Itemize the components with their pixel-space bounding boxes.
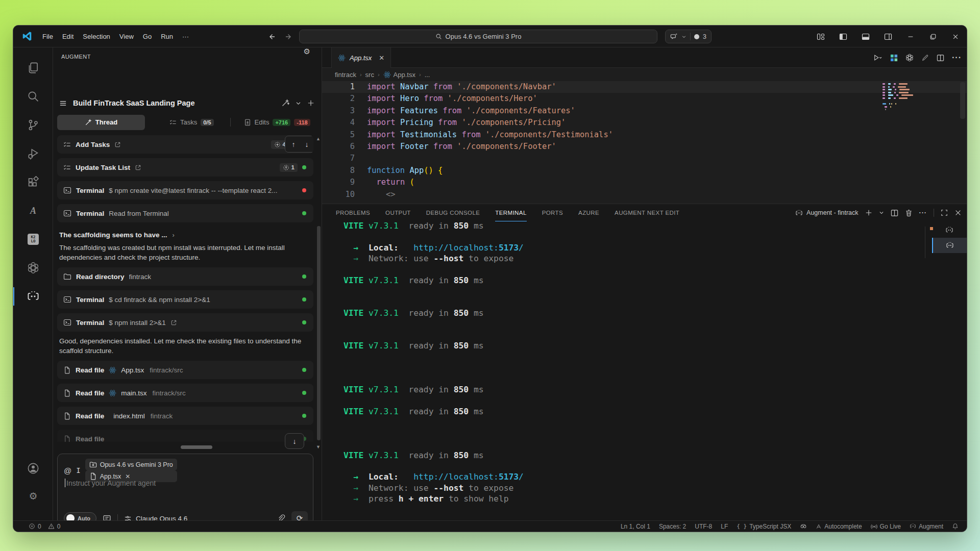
terminal-instance-2[interactable] [932,238,967,253]
tool-call-row[interactable]: Terminal$ npm install 2>&1 [57,313,313,332]
tool-call-row[interactable]: TerminalRead from Terminal [57,204,313,222]
feed-collapsible-heading[interactable]: The scaffolding seems to have ...› [59,230,311,240]
command-center-search[interactable]: Opus 4.6 vs Gemini 3 Pro [299,30,657,43]
menu-go[interactable]: Go [138,31,156,42]
tool-call-row[interactable]: Read file [57,430,313,442]
tool-call-row[interactable]: Add Tasks4↑↓ [57,135,313,154]
chevron-down-icon[interactable] [296,101,301,106]
status-item-spaces-2[interactable]: Spaces: 2 [659,523,686,530]
context-chip[interactable]: Opus 4.6 vs Gemini 3 Pro [85,459,177,470]
panel-tab-terminal[interactable]: TERMINAL [495,204,526,221]
kilo-code-icon[interactable]: K2 LO [13,227,53,252]
panel-tab-azure[interactable]: AZURE [578,204,599,221]
search-sidebar-icon[interactable] [13,84,53,109]
run-debug-icon[interactable] [13,141,53,166]
tab-app-tsx[interactable]: App.tsx ✕ [331,47,391,68]
panel-more-icon[interactable]: ··· [919,209,927,216]
comment-icon[interactable] [103,514,111,521]
agent-input-box[interactable]: @ I Opus 4.6 vs Gemini 3 ProApp.tsx✕ Ins… [57,454,313,520]
status-item[interactable] [952,523,959,530]
azure-icon[interactable]: A [13,198,53,223]
status-item-ln-1-col-1[interactable]: Ln 1, Col 1 [621,523,650,530]
menu-file[interactable]: File [38,31,58,42]
tool-call-row[interactable]: Read fileindex.htmlfintrack [57,407,313,425]
breadcrumb-item[interactable]: src [365,71,374,79]
extensions-icon[interactable] [13,170,53,194]
status-item-autocomplete[interactable]: Autocomplete [816,523,862,530]
menu-view[interactable]: View [115,31,138,42]
menu-[interactable]: ··· [178,31,193,42]
editor-scrollbar[interactable] [960,82,965,119]
agent-input-field[interactable]: Instruct your Augment agent [65,479,156,487]
tool-call-row[interactable]: Terminal$ npm create vite@latest fintrac… [57,181,313,199]
tab-thread[interactable]: Thread [57,115,145,130]
explorer-icon[interactable] [13,56,53,80]
openai-icon[interactable] [905,54,914,62]
panel-tab-ports[interactable]: PORTS [542,204,563,221]
panel-tab-augment-next-edit[interactable]: AUGMENT NEXT EDIT [615,204,679,221]
minimap[interactable] [883,83,923,112]
toggle-sidebar-icon[interactable] [832,26,854,47]
status-item-0[interactable]: 0 [29,523,41,530]
status-item-utf-8[interactable]: UTF-8 [695,523,712,530]
breadcrumb-item[interactable]: ... [425,71,430,79]
forward-arrow-icon[interactable] [285,33,293,41]
hamburger-menu-icon[interactable] [59,99,67,107]
mention-icon[interactable]: @ [64,466,71,475]
status-item-0[interactable]: 0 [48,523,61,530]
maximize-icon[interactable] [922,26,944,47]
run-file-icon[interactable] [873,54,883,62]
breadcrumb-item[interactable]: App.tsx [383,71,415,79]
close-tab-icon[interactable]: ✕ [379,54,384,62]
maximize-panel-icon[interactable] [941,209,948,216]
wand-icon[interactable] [281,99,289,107]
breadcrumb-item[interactable]: fintrack [335,71,356,79]
settings-gear-icon[interactable]: ⚙ [13,490,53,502]
tab-tasks[interactable]: Tasks 0/5 [169,118,214,126]
toggle-panel-icon[interactable] [854,26,877,47]
scrollbar-up-arrow[interactable]: ▲ [316,136,321,141]
augment-icon[interactable] [13,284,53,309]
status-item[interactable] [800,523,807,530]
new-terminal-plus-icon[interactable] [865,209,872,216]
new-thread-plus-icon[interactable] [307,99,314,107]
toggle-secondary-sidebar-icon[interactable] [877,26,899,47]
code-editor[interactable]: 1import Navbar from './components/Navbar… [322,81,967,204]
status-item-augment[interactable]: Augment [910,523,943,530]
retry-send-button[interactable]: ⟳ [291,511,308,520]
back-arrow-icon[interactable] [267,33,276,41]
nav-up-button[interactable]: ↑ [287,138,300,151]
scrollbar-down-arrow[interactable]: ▼ [316,444,321,449]
paperclip-icon[interactable] [277,514,285,520]
terminal-output[interactable]: VITE v7.3.1 ready in 850 ms → Local: htt… [344,220,524,505]
tool-call-row[interactable]: Terminal$ cd fintrack && npm install 2>&… [57,290,313,309]
minimize-icon[interactable] [899,26,922,47]
tool-call-row[interactable]: Read fileApp.tsxfintrack/src [57,361,313,379]
openai-icon[interactable] [13,256,53,280]
terminal-dropdown-chevron-icon[interactable] [879,210,884,215]
panel-tab-output[interactable]: OUTPUT [385,204,411,221]
tool-call-row[interactable]: Read filemain.tsxfintrack/src [57,384,313,402]
horizontal-scrollbar[interactable] [181,445,212,449]
augment-colored-icon[interactable] [890,54,898,62]
close-panel-icon[interactable] [954,209,962,216]
customize-layout-icon[interactable] [810,26,832,47]
feed-scrollbar[interactable] [317,226,321,440]
panel-tab-problems[interactable]: PROBLEMS [336,204,370,221]
tool-call-row[interactable]: Read directoryfintrack [57,267,313,286]
close-icon[interactable] [944,26,967,47]
tool-call-row[interactable]: Update Task List1 [57,158,313,177]
status-item-go-live[interactable]: Go Live [871,523,901,530]
account-icon[interactable] [13,462,53,474]
scroll-to-bottom-button[interactable]: ↓ [285,433,304,449]
split-editor-icon[interactable] [937,54,944,62]
model-selector[interactable]: Claude Opus 4.6 [124,515,187,521]
more-actions-icon[interactable]: ··· [952,53,962,62]
menu-run[interactable]: Run [156,31,178,42]
source-control-icon[interactable] [13,113,53,137]
auto-mode-toggle[interactable]: Auto [64,512,96,520]
nav-down-button[interactable]: ↓ [301,138,313,151]
tab-edits[interactable]: Edits +716 -118 [244,118,310,126]
kill-terminal-trash-icon[interactable] [905,209,913,217]
terminal-instance-label[interactable]: Augment - fintrack [795,209,858,217]
